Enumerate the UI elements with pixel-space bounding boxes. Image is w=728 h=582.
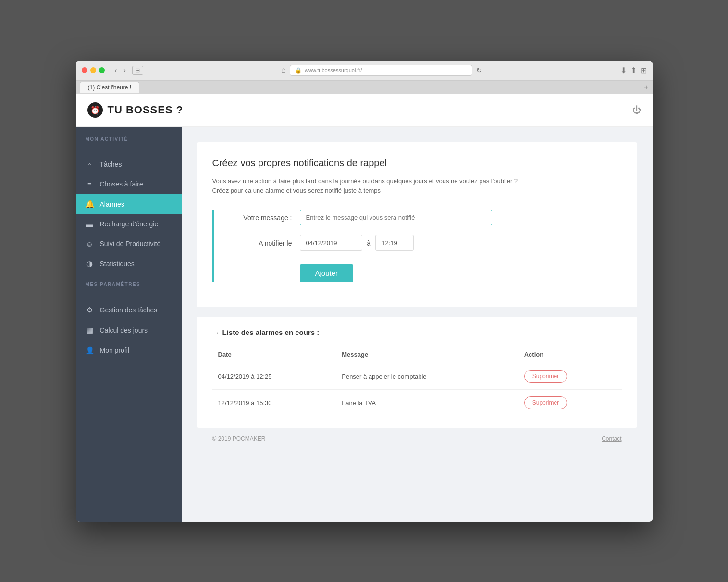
share-button[interactable]: ⬆ [630,66,637,75]
alarm-list-title-text: Liste des alarmes en cours : [222,328,320,336]
notification-form-card: Créez vos propres notifications de rappe… [197,142,637,308]
sidebar-item-calcul-jours[interactable]: ▦ Calcul des jours [76,320,182,340]
delete-alarm-button[interactable]: Supprimer [524,396,567,409]
sidebar-item-label: Tâches [100,161,122,168]
forward-button[interactable]: › [121,65,128,75]
sidebar-item-recharge-energie[interactable]: ▬ Recharge d'énergie [76,214,182,234]
sidebar-item-label: Calcul des jours [100,326,148,334]
sidebar-item-suivi-productivite[interactable]: ☺ Suivi de Productivité [76,234,182,254]
logo-text: TU BOSSES ? [108,104,184,116]
close-button[interactable] [82,67,87,73]
time-input[interactable] [375,235,414,251]
alarm-action: Supprimer [518,363,622,390]
list-icon: ≡ [86,180,94,188]
description-line2: Créez pour ça une alarme et vous serez n… [212,187,384,194]
app-wrapper: ⏰ TU BOSSES ? ⏻ MON ACTIVITÉ ⌂ Tâches ≡ … [76,94,653,522]
sidebar-item-statistiques[interactable]: ◑ Statistiques [76,254,182,274]
description-line1: Vous avez une action à faire plus tard d… [212,177,518,185]
browser-tab[interactable]: (1) C'est l'heure ! [80,82,140,93]
address-bar[interactable]: 🔒 www.tubossessurquoi.fr/ [290,65,472,76]
arrow-icon: → [212,328,220,336]
calendar-icon: ▦ [86,326,94,334]
alarm-table: Date Message Action 04/12/2019 à 12:25Pe… [212,346,622,416]
form-section: Votre message : A notifier le à [212,210,622,282]
alarm-table-body: 04/12/2019 à 12:25Penser à appeler le co… [212,363,622,416]
sidebar-divider-1 [86,147,172,147]
alarm-date: 04/12/2019 à 12:25 [212,363,336,390]
sidebar-item-mon-profil[interactable]: 👤 Mon profil [76,340,182,360]
top-header: ⏰ TU BOSSES ? ⏻ [76,94,653,127]
back-button[interactable]: ‹ [112,65,120,75]
sidebar-item-label: Suivi de Productivité [100,240,161,248]
alarm-table-row: 04/12/2019 à 12:25Penser à appeler le co… [212,363,622,390]
logo-area: ⏰ TU BOSSES ? [87,102,184,118]
bell-icon: 🔔 [86,200,94,209]
sidebar-item-label: Mon profil [100,347,129,354]
time-separator: à [367,239,371,247]
url-text: www.tubossessurquoi.fr/ [305,67,362,73]
message-row: Votre message : [230,210,622,225]
col-message: Message [336,346,518,363]
sidebar-item-gestion-taches[interactable]: ⚙ Gestion des tâches [76,300,182,320]
address-bar-area: ⌂ 🔒 www.tubossessurquoi.fr/ ↻ [147,65,617,76]
notify-label: A notifier le [230,239,292,247]
nav-buttons: ‹ › [112,65,128,75]
home-button[interactable]: ⌂ [281,66,286,74]
description: Vous avez une action à faire plus tard d… [212,176,622,197]
alarm-date: 12/12/2019 à 15:30 [212,390,336,416]
add-alarm-button[interactable]: Ajouter [300,264,354,282]
page-title: Créez vos propres notifications de rappe… [212,158,622,169]
sidebar-divider-2 [86,292,172,292]
traffic-lights [82,67,105,73]
date-time-group: à [300,235,414,251]
sidebar-item-alarmes[interactable]: 🔔 Alarmes [76,194,182,214]
section-mon-activite-label: MON ACTIVITÉ [76,136,182,147]
alarm-message: Penser à appeler le comptable [336,363,518,390]
reload-button[interactable]: ↻ [476,66,482,74]
stats-icon: ◑ [86,260,94,268]
gear-icon: ⚙ [86,306,94,314]
message-label: Votre message : [230,214,292,222]
home-icon: ⌂ [86,161,94,169]
tab-title: (1) C'est l'heure ! [88,84,132,91]
sidebar-item-choses-a-faire[interactable]: ≡ Choses à faire [76,174,182,194]
new-tab-button[interactable]: + [644,83,648,92]
datetime-row: A notifier le à [230,235,622,251]
sidebar-item-label: Recharge d'énergie [100,220,159,228]
main-content: Créez vos propres notifications de rappe… [182,127,653,522]
footer: © 2019 POCMAKER Contact [197,428,637,450]
sidebar-toggle-button[interactable]: ⊞ [641,66,647,75]
clock-icon: ⏰ [90,106,100,115]
browser-actions: ⬇ ⬆ ⊞ [620,66,647,75]
copyright: © 2019 POCMAKER [212,435,266,442]
minimize-button[interactable] [90,67,96,73]
maximize-button[interactable] [99,67,105,73]
user-icon: 👤 [86,346,94,355]
sidebar-item-label: Statistiques [100,260,135,268]
col-action: Action [518,346,622,363]
alarm-list-title: → Liste des alarmes en cours : [212,328,622,336]
logo-icon: ⏰ [87,102,103,118]
battery-icon: ▬ [86,220,94,228]
message-input[interactable] [300,210,492,225]
alarm-list-card: → Liste des alarmes en cours : Date Mess… [197,317,637,428]
lock-icon: 🔒 [295,67,302,74]
alarm-table-row: 12/12/2019 à 15:30Faire la TVASupprimer [212,390,622,416]
sidebar-item-label: Choses à faire [100,180,143,188]
download-button[interactable]: ⬇ [620,66,627,75]
window-mode-button[interactable]: ⊟ [132,66,143,75]
alarm-table-head: Date Message Action [212,346,622,363]
sidebar: MON ACTIVITÉ ⌂ Tâches ≡ Choses à faire 🔔… [76,127,182,522]
browser-titlebar: ‹ › ⊟ ⌂ 🔒 www.tubossessurquoi.fr/ ↻ ⬇ ⬆ … [76,61,653,81]
sidebar-item-taches[interactable]: ⌂ Tâches [76,155,182,174]
content-area: MON ACTIVITÉ ⌂ Tâches ≡ Choses à faire 🔔… [76,127,653,522]
alarm-table-header-row: Date Message Action [212,346,622,363]
alarm-message: Faire la TVA [336,390,518,416]
alarm-action: Supprimer [518,390,622,416]
sidebar-item-label: Alarmes [100,200,124,208]
date-input[interactable] [300,235,362,251]
tab-bar: (1) C'est l'heure ! + [76,81,653,94]
delete-alarm-button[interactable]: Supprimer [524,370,567,383]
power-button[interactable]: ⏻ [632,105,641,115]
contact-link[interactable]: Contact [602,435,621,442]
